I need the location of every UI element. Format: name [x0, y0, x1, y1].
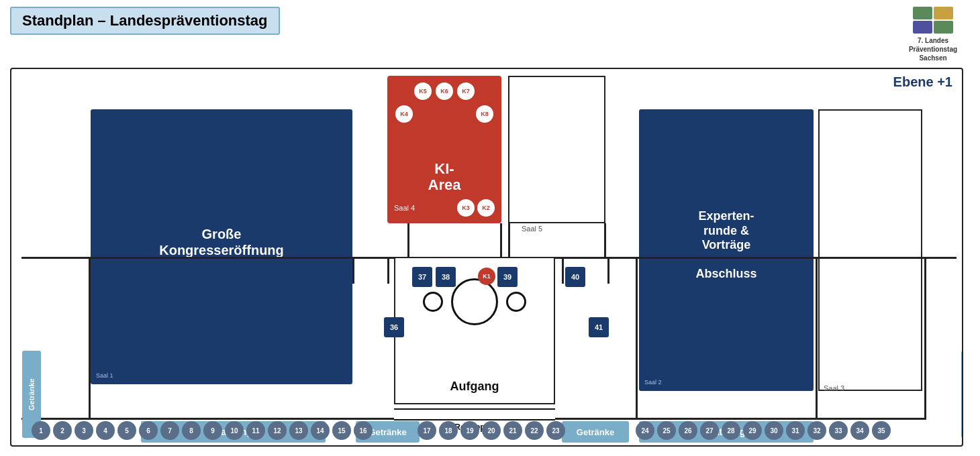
- stand-num-26: 26: [679, 421, 697, 440]
- stand-num-10: 10: [225, 421, 244, 440]
- logo-q2: [934, 7, 953, 19]
- logo-line2: Präventions­tag: [909, 46, 957, 53]
- getraenke-bar-right-mid: Getränke: [562, 421, 629, 443]
- header: Standplan – Landespräventions­tag 7. Lan…: [10, 7, 970, 62]
- stand-num-35: 35: [872, 421, 891, 440]
- ki-dot-k2: K2: [477, 199, 495, 217]
- stand-num-1: 1: [32, 421, 50, 440]
- level-label: Ebene +1: [893, 74, 952, 90]
- saal1-title: GroßeKongresseröffnung: [96, 226, 347, 258]
- ki-dot-k1: K1: [478, 268, 495, 285]
- stand-num-22: 22: [525, 421, 544, 440]
- wall-v4: [604, 223, 606, 257]
- stand-num-21: 21: [503, 421, 522, 440]
- aufgang-circle-small-left: [423, 292, 443, 312]
- stand-num-20: 20: [482, 421, 501, 440]
- wall-corridor-left-v2: [352, 257, 354, 284]
- logo-q3: [913, 21, 932, 34]
- stand-num-6: 6: [139, 421, 158, 440]
- wall-h-corridor-right: [607, 257, 957, 259]
- ki-dot-k5: K5: [414, 82, 432, 100]
- stand-num-29: 29: [743, 421, 762, 440]
- stand-num-33: 33: [829, 421, 848, 440]
- stand-num-23: 23: [546, 421, 565, 440]
- saal1-label: Saal 1: [96, 372, 347, 379]
- stand-39: 39: [497, 267, 518, 287]
- wall-v2: [500, 223, 502, 257]
- wall-v1: [407, 223, 409, 257]
- ki-dot-k6: K6: [436, 82, 453, 100]
- rolltreppe-line1: [394, 408, 555, 410]
- stand-num-15: 15: [332, 421, 351, 440]
- ki-area: K5 K6 K7 K4 K8 KI-Area Saal 4 K3 K2: [387, 76, 501, 223]
- saal5-outline: [508, 76, 605, 223]
- wall-corridor-left-v3: [387, 257, 389, 284]
- saal5-label: Saal 5: [522, 225, 542, 233]
- wall-right-v: [924, 257, 926, 418]
- stand-num-13: 13: [289, 421, 308, 440]
- stand-40: 40: [565, 267, 585, 287]
- saal1-room: GroßeKongresseröffnung Saal 1: [91, 109, 352, 384]
- ki-saal4-label: Saal 4: [394, 204, 415, 212]
- logo-q1: [913, 7, 932, 19]
- stand-num-31: 31: [786, 421, 805, 440]
- wall-bottom-right: [555, 418, 926, 420]
- title-box: Standplan – Landespräventions­tag: [10, 7, 280, 35]
- wall-v3: [508, 223, 510, 257]
- ki-dot-k4: K4: [395, 105, 413, 123]
- getraenke-bar-right-v: Getränke: [961, 351, 963, 438]
- stand-num-4: 4: [96, 421, 115, 440]
- bottom-nums-right: 24 25 26 27 28 29 30 31 32 33 34 35: [636, 421, 891, 440]
- ki-dot-k8: K8: [476, 105, 493, 123]
- wall-corridor-right-v1: [562, 257, 564, 284]
- ki-dot-k7: K7: [457, 82, 475, 100]
- stand-41: 41: [589, 317, 609, 337]
- stand-num-17: 17: [418, 421, 436, 440]
- logo-q4: [934, 21, 953, 34]
- stand-num-25: 25: [657, 421, 676, 440]
- page-title: Standplan – Landespräventions­tag: [22, 12, 268, 30]
- floorplan: Ebene +1 GroßeKongresseröffnung Saal 1 S…: [10, 68, 963, 447]
- ki-area-title: KI-Area: [428, 161, 461, 193]
- wall-bottom-left: [21, 418, 394, 420]
- saal2-title: Experten-runde &VorträgeAbschluss: [644, 209, 808, 282]
- stand-num-2: 2: [53, 421, 72, 440]
- saal3-outline: [818, 109, 922, 391]
- stand-num-34: 34: [850, 421, 869, 440]
- stand-num-16: 16: [354, 421, 373, 440]
- stand-num-3: 3: [75, 421, 93, 440]
- wall-saal3-v: [816, 257, 818, 418]
- logo-box: 7. Landes Präventions­tag Sachsen: [896, 7, 970, 62]
- saal2-room: Experten-runde &VorträgeAbschluss Saal 2: [639, 109, 814, 391]
- stand-num-12: 12: [268, 421, 287, 440]
- stand-num-8: 8: [182, 421, 201, 440]
- stand-num-7: 7: [160, 421, 179, 440]
- saal3-label: Saal 3: [824, 384, 844, 392]
- rolltreppe-line2: [394, 419, 555, 420]
- logo-line3: Sachsen: [919, 54, 946, 62]
- bottom-nums-left: 1 2 3 4 5 6 7 8 9 10 11 12 13 14 15 16: [32, 421, 373, 440]
- wall-corridor-right-v3: [636, 257, 638, 418]
- stand-36: 36: [384, 317, 404, 337]
- stand-num-32: 32: [807, 421, 826, 440]
- stand-num-30: 30: [765, 421, 783, 440]
- bottom-nums-mid: 17 18 19 20 21 22 23: [418, 421, 565, 440]
- wall-corridor-left-v: [89, 257, 91, 418]
- stand-num-9: 9: [203, 421, 222, 440]
- logo-line1: 7. Landes: [918, 37, 948, 44]
- stand-num-28: 28: [722, 421, 740, 440]
- aufgang-label: Aufgang: [450, 380, 499, 394]
- stand-num-14: 14: [311, 421, 330, 440]
- aufgang-circle-big: [451, 278, 498, 325]
- stand-38: 38: [436, 267, 456, 287]
- stand-num-19: 19: [460, 421, 479, 440]
- aufgang-circle-small-right: [506, 292, 526, 312]
- logo-text: 7. Landes Präventions­tag Sachsen: [909, 36, 957, 62]
- logo-graphic: [913, 7, 953, 34]
- wall-h-corridor-left: [21, 257, 394, 259]
- stand-37: 37: [412, 267, 432, 287]
- stand-num-24: 24: [636, 421, 654, 440]
- stand-num-18: 18: [439, 421, 458, 440]
- wall-corridor-right-v2: [607, 257, 609, 284]
- saal2-label: Saal 2: [644, 379, 808, 386]
